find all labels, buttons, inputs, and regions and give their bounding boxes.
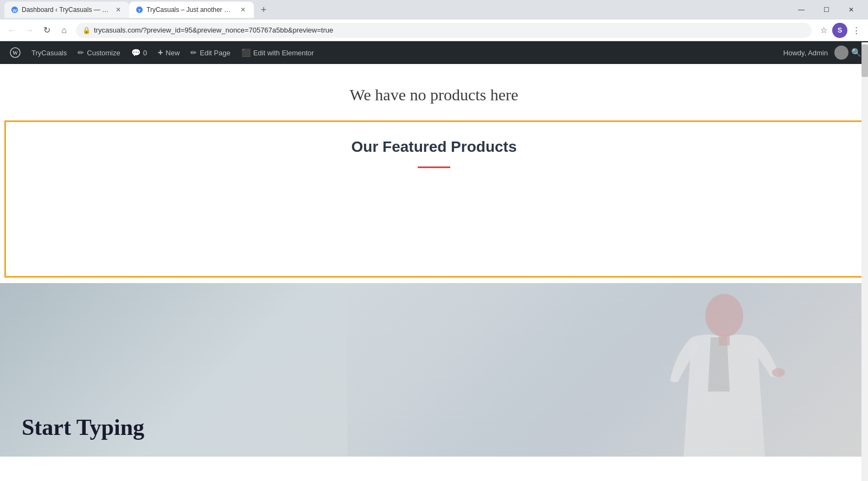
refresh-button[interactable]: ↻ — [39, 23, 54, 38]
scrollbar-thumb[interactable] — [861, 44, 868, 77]
plus-icon: + — [158, 48, 163, 57]
new-tab-button[interactable]: + — [256, 2, 271, 17]
profile-badge[interactable]: S — [832, 23, 847, 38]
search-icon: 🔍 — [851, 48, 861, 57]
svg-point-7 — [772, 368, 785, 377]
pencil-icon: ✏ — [78, 48, 84, 57]
back-button[interactable]: ← — [4, 23, 20, 38]
customize-button[interactable]: ✏ Customize — [72, 41, 125, 64]
more-icon: ⋮ — [852, 25, 860, 35]
person-illustration — [597, 283, 814, 457]
page-content: We have no products here Our Featured Pr… — [0, 64, 868, 457]
edit-pencil-icon: ✏ — [190, 48, 197, 57]
refresh-icon: ↻ — [43, 25, 50, 35]
home-icon: ⌂ — [61, 25, 67, 35]
featured-products-box: Our Featured Products — [4, 120, 864, 278]
no-products-section: We have no products here — [0, 64, 868, 115]
site-name-button[interactable]: TryCasuals — [26, 41, 72, 64]
howdy-text: Howdy, Admin — [779, 49, 832, 57]
address-actions: ☆ S ⋮ — [816, 23, 864, 38]
new-button[interactable]: + New — [152, 41, 185, 64]
lock-icon: 🔒 — [82, 27, 91, 34]
more-button[interactable]: ⋮ — [848, 23, 864, 38]
edit-page-label: Edit Page — [200, 49, 230, 57]
edit-page-button[interactable]: ✏ Edit Page — [185, 41, 235, 64]
svg-rect-8 — [719, 335, 730, 345]
close-button[interactable]: ✕ — [839, 0, 864, 20]
title-bar: W Dashboard ‹ TryCasuals — Word… ✕ T Try… — [0, 0, 868, 20]
tab-close-1[interactable]: ✕ — [114, 5, 123, 14]
edit-elementor-label: Edit with Elementor — [253, 49, 314, 57]
wp-logo-icon: W — [10, 47, 21, 58]
star-icon: ☆ — [820, 25, 827, 35]
forward-button[interactable]: → — [22, 23, 37, 38]
person-svg — [610, 283, 800, 457]
forward-icon: → — [25, 25, 34, 35]
site-name-label: TryCasuals — [31, 49, 67, 57]
admin-bar-right: Howdy, Admin 🔍 — [779, 45, 864, 60]
scrollbar[interactable] — [861, 42, 868, 481]
bookmark-button[interactable]: ☆ — [816, 23, 831, 38]
tab-close-2[interactable]: ✕ — [239, 5, 247, 14]
tab-title-2: TryCasuals – Just another WordP… — [146, 6, 235, 14]
featured-products-title: Our Featured Products — [17, 138, 851, 156]
browser-frame: W Dashboard ‹ TryCasuals — Word… ✕ T Try… — [0, 0, 868, 41]
minimize-button[interactable]: — — [789, 0, 814, 20]
comments-count: 0 — [143, 49, 147, 57]
address-bar: ← → ↻ ⌂ 🔒 trycasuals.com/?preview_id=95&… — [0, 20, 868, 41]
back-icon: ← — [8, 25, 16, 35]
hero-title: Start Typing — [22, 414, 144, 440]
no-products-title: We have no products here — [11, 86, 857, 104]
admin-avatar — [834, 46, 848, 60]
profile-initial: S — [838, 26, 843, 34]
comments-button[interactable]: 💬 0 — [126, 41, 152, 64]
red-divider — [418, 166, 450, 168]
window-controls: — ☐ ✕ — [789, 0, 864, 20]
new-label: New — [165, 49, 180, 57]
comments-icon: 💬 — [131, 48, 141, 57]
tab-trycasuals[interactable]: T TryCasuals – Just another WordP… ✕ — [129, 2, 254, 18]
svg-text:W: W — [12, 50, 18, 56]
url-text: trycasuals.com/?preview_id=95&preview_no… — [94, 26, 333, 34]
tab-favicon-1: W — [11, 6, 18, 14]
svg-text:W: W — [12, 8, 17, 13]
svg-text:T: T — [138, 8, 141, 13]
elementor-icon: ⬛ — [241, 48, 251, 57]
tab-title-1: Dashboard ‹ TryCasuals — Word… — [22, 6, 111, 14]
customize-label: Customize — [87, 49, 120, 57]
edit-elementor-button[interactable]: ⬛ Edit with Elementor — [236, 41, 320, 64]
hero-section: Start Typing — [0, 283, 868, 457]
wp-admin-bar: W TryCasuals ✏ Customize 💬 0 + New ✏ Edi… — [0, 41, 868, 64]
hero-text-container: Start Typing — [22, 414, 144, 440]
tab-dashboard[interactable]: W Dashboard ‹ TryCasuals — Word… ✕ — [4, 2, 129, 18]
svg-point-6 — [705, 294, 743, 337]
maximize-button[interactable]: ☐ — [814, 0, 839, 20]
home-button[interactable]: ⌂ — [56, 23, 72, 38]
wp-logo-button[interactable]: W — [4, 41, 26, 64]
url-bar[interactable]: 🔒 trycasuals.com/?preview_id=95&preview_… — [76, 23, 812, 38]
tab-favicon-2: T — [136, 6, 143, 14]
